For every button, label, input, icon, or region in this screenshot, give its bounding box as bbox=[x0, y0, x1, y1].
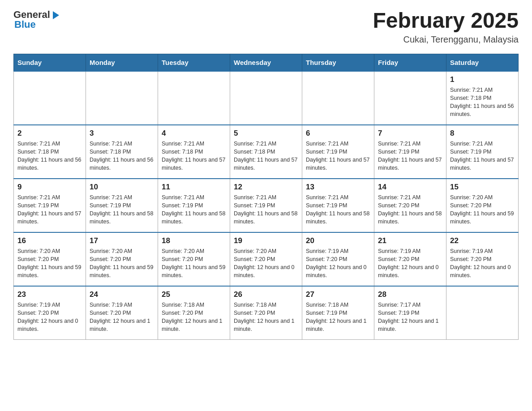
calendar-day-cell: 8Sunrise: 7:21 AMSunset: 7:19 PMDaylight… bbox=[446, 125, 519, 179]
day-info: Sunrise: 7:18 AMSunset: 7:20 PMDaylight:… bbox=[234, 301, 298, 334]
day-number: 21 bbox=[378, 236, 442, 245]
calendar-day-cell: 23Sunrise: 7:19 AMSunset: 7:20 PMDayligh… bbox=[14, 286, 86, 340]
calendar-week-row: 2Sunrise: 7:21 AMSunset: 7:18 PMDaylight… bbox=[14, 125, 519, 179]
day-number: 17 bbox=[90, 236, 154, 245]
day-number: 11 bbox=[162, 183, 226, 192]
day-info: Sunrise: 7:19 AMSunset: 7:20 PMDaylight:… bbox=[90, 301, 154, 334]
day-number: 24 bbox=[90, 290, 154, 299]
calendar-day-cell bbox=[230, 71, 302, 125]
calendar-day-cell: 7Sunrise: 7:21 AMSunset: 7:19 PMDaylight… bbox=[374, 125, 446, 179]
day-info: Sunrise: 7:20 AMSunset: 7:20 PMDaylight:… bbox=[450, 193, 515, 226]
calendar-week-row: 23Sunrise: 7:19 AMSunset: 7:20 PMDayligh… bbox=[14, 286, 519, 340]
calendar-day-cell: 21Sunrise: 7:19 AMSunset: 7:20 PMDayligh… bbox=[374, 232, 446, 286]
calendar-day-cell bbox=[374, 71, 446, 125]
calendar-day-cell: 10Sunrise: 7:21 AMSunset: 7:19 PMDayligh… bbox=[86, 179, 158, 232]
day-number: 26 bbox=[234, 290, 298, 299]
day-info: Sunrise: 7:21 AMSunset: 7:18 PMDaylight:… bbox=[162, 140, 226, 172]
day-info: Sunrise: 7:20 AMSunset: 7:20 PMDaylight:… bbox=[17, 247, 82, 280]
calendar-day-cell: 24Sunrise: 7:19 AMSunset: 7:20 PMDayligh… bbox=[86, 286, 158, 340]
calendar-day-cell: 20Sunrise: 7:19 AMSunset: 7:20 PMDayligh… bbox=[302, 232, 374, 286]
day-info: Sunrise: 7:21 AMSunset: 7:19 PMDaylight:… bbox=[378, 140, 442, 172]
day-number: 19 bbox=[234, 236, 298, 245]
calendar-day-header: Wednesday bbox=[230, 54, 302, 71]
calendar-week-row: 1Sunrise: 7:21 AMSunset: 7:18 PMDaylight… bbox=[14, 71, 519, 125]
day-info: Sunrise: 7:21 AMSunset: 7:19 PMDaylight:… bbox=[306, 193, 370, 226]
day-number: 15 bbox=[450, 183, 515, 192]
day-info: Sunrise: 7:21 AMSunset: 7:20 PMDaylight:… bbox=[378, 193, 442, 226]
calendar-day-cell: 3Sunrise: 7:21 AMSunset: 7:18 PMDaylight… bbox=[86, 125, 158, 179]
calendar-week-row: 9Sunrise: 7:21 AMSunset: 7:19 PMDaylight… bbox=[14, 179, 519, 232]
day-number: 13 bbox=[306, 183, 370, 192]
calendar-day-cell: 6Sunrise: 7:21 AMSunset: 7:19 PMDaylight… bbox=[302, 125, 374, 179]
calendar-day-cell bbox=[158, 71, 230, 125]
day-number: 1 bbox=[450, 75, 515, 84]
calendar-day-cell: 5Sunrise: 7:21 AMSunset: 7:18 PMDaylight… bbox=[230, 125, 302, 179]
day-number: 25 bbox=[162, 290, 226, 299]
calendar-day-cell bbox=[446, 286, 519, 340]
calendar-day-cell: 26Sunrise: 7:18 AMSunset: 7:20 PMDayligh… bbox=[230, 286, 302, 340]
day-number: 10 bbox=[90, 183, 154, 192]
logo: General Blue bbox=[13, 9, 61, 30]
calendar-day-cell: 19Sunrise: 7:20 AMSunset: 7:20 PMDayligh… bbox=[230, 232, 302, 286]
calendar-day-cell: 1Sunrise: 7:21 AMSunset: 7:18 PMDaylight… bbox=[446, 71, 519, 125]
day-info: Sunrise: 7:18 AMSunset: 7:19 PMDaylight:… bbox=[306, 301, 370, 334]
calendar-day-cell: 9Sunrise: 7:21 AMSunset: 7:19 PMDaylight… bbox=[14, 179, 86, 232]
day-number: 3 bbox=[90, 129, 154, 138]
calendar-subtitle: Cukai, Terengganu, Malaysia bbox=[373, 34, 519, 45]
calendar-day-cell: 2Sunrise: 7:21 AMSunset: 7:18 PMDaylight… bbox=[14, 125, 86, 179]
page-header: General Blue February 2025 Cukai, Tereng… bbox=[13, 9, 519, 45]
svg-marker-0 bbox=[53, 11, 59, 19]
day-info: Sunrise: 7:19 AMSunset: 7:20 PMDaylight:… bbox=[450, 247, 515, 280]
calendar-day-cell bbox=[86, 71, 158, 125]
calendar-day-cell: 18Sunrise: 7:20 AMSunset: 7:20 PMDayligh… bbox=[158, 232, 230, 286]
day-info: Sunrise: 7:17 AMSunset: 7:19 PMDaylight:… bbox=[378, 301, 442, 334]
calendar-day-cell: 27Sunrise: 7:18 AMSunset: 7:19 PMDayligh… bbox=[302, 286, 374, 340]
day-number: 8 bbox=[450, 129, 515, 138]
day-number: 12 bbox=[234, 183, 298, 192]
day-info: Sunrise: 7:18 AMSunset: 7:20 PMDaylight:… bbox=[162, 301, 226, 334]
calendar-day-cell: 22Sunrise: 7:19 AMSunset: 7:20 PMDayligh… bbox=[446, 232, 519, 286]
day-info: Sunrise: 7:21 AMSunset: 7:19 PMDaylight:… bbox=[306, 140, 370, 172]
day-number: 5 bbox=[234, 129, 298, 138]
calendar-day-header: Monday bbox=[86, 54, 158, 71]
calendar-day-cell: 17Sunrise: 7:20 AMSunset: 7:20 PMDayligh… bbox=[86, 232, 158, 286]
day-number: 2 bbox=[17, 129, 82, 138]
calendar-day-header: Friday bbox=[374, 54, 446, 71]
title-section: February 2025 Cukai, Terengganu, Malaysi… bbox=[373, 9, 519, 45]
calendar-day-cell: 4Sunrise: 7:21 AMSunset: 7:18 PMDaylight… bbox=[158, 125, 230, 179]
day-info: Sunrise: 7:21 AMSunset: 7:18 PMDaylight:… bbox=[450, 86, 515, 119]
day-number: 7 bbox=[378, 129, 442, 138]
day-info: Sunrise: 7:20 AMSunset: 7:20 PMDaylight:… bbox=[90, 247, 154, 280]
day-info: Sunrise: 7:20 AMSunset: 7:20 PMDaylight:… bbox=[234, 247, 298, 280]
calendar-day-header: Sunday bbox=[14, 54, 86, 71]
day-number: 14 bbox=[378, 183, 442, 192]
day-number: 23 bbox=[17, 290, 82, 299]
day-info: Sunrise: 7:21 AMSunset: 7:18 PMDaylight:… bbox=[17, 140, 82, 172]
calendar-title: February 2025 bbox=[373, 9, 519, 33]
logo-arrow-icon bbox=[51, 10, 61, 20]
day-info: Sunrise: 7:21 AMSunset: 7:19 PMDaylight:… bbox=[450, 140, 515, 172]
day-number: 20 bbox=[306, 236, 370, 245]
calendar-day-cell: 12Sunrise: 7:21 AMSunset: 7:19 PMDayligh… bbox=[230, 179, 302, 232]
day-number: 22 bbox=[450, 236, 515, 245]
day-number: 28 bbox=[378, 290, 442, 299]
day-number: 18 bbox=[162, 236, 226, 245]
logo-blue-text: Blue bbox=[14, 19, 36, 30]
day-info: Sunrise: 7:21 AMSunset: 7:19 PMDaylight:… bbox=[162, 193, 226, 226]
calendar-day-cell: 15Sunrise: 7:20 AMSunset: 7:20 PMDayligh… bbox=[446, 179, 519, 232]
day-number: 4 bbox=[162, 129, 226, 138]
day-number: 16 bbox=[17, 236, 82, 245]
day-number: 27 bbox=[306, 290, 370, 299]
calendar-header-row: SundayMondayTuesdayWednesdayThursdayFrid… bbox=[14, 54, 519, 71]
day-info: Sunrise: 7:19 AMSunset: 7:20 PMDaylight:… bbox=[306, 247, 370, 280]
calendar-day-header: Saturday bbox=[446, 54, 519, 71]
calendar-week-row: 16Sunrise: 7:20 AMSunset: 7:20 PMDayligh… bbox=[14, 232, 519, 286]
calendar-day-cell bbox=[302, 71, 374, 125]
day-info: Sunrise: 7:19 AMSunset: 7:20 PMDaylight:… bbox=[378, 247, 442, 280]
day-info: Sunrise: 7:20 AMSunset: 7:20 PMDaylight:… bbox=[162, 247, 226, 280]
calendar-day-cell: 11Sunrise: 7:21 AMSunset: 7:19 PMDayligh… bbox=[158, 179, 230, 232]
calendar-day-cell: 25Sunrise: 7:18 AMSunset: 7:20 PMDayligh… bbox=[158, 286, 230, 340]
day-number: 9 bbox=[17, 183, 82, 192]
calendar-day-cell: 16Sunrise: 7:20 AMSunset: 7:20 PMDayligh… bbox=[14, 232, 86, 286]
calendar-day-cell bbox=[14, 71, 86, 125]
